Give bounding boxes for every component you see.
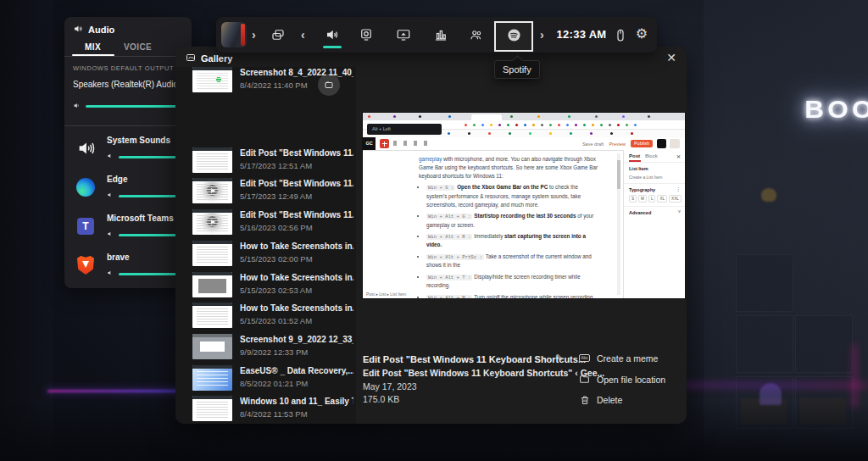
audio-speaker-icon xyxy=(73,24,83,36)
trash-icon xyxy=(579,394,590,405)
gallery-item[interactable]: How to Take Screenshots in... 5/15/2023 … xyxy=(175,241,356,271)
lucky-cat-figurine xyxy=(761,188,776,202)
gallery-item[interactable]: Screenshot 9_9_2022 12_33_... 9/9/2022 1… xyxy=(175,334,356,364)
gallery-item[interactable]: Screenshot 8_4_2022 11_40_... 8/4/2022 1… xyxy=(175,67,356,97)
mouse-pointer-icon[interactable] xyxy=(613,28,628,43)
chevron-right-icon[interactable]: › xyxy=(540,27,544,42)
shortcut-bullet: Win + Alt + M :Turn on/off the microphon… xyxy=(426,293,598,298)
audio-panel: Audio MIX VOICE WINDOWS DEFAULT OUTPUT S… xyxy=(64,17,192,288)
editor-sidebar: PostBlock ✕ List Item Create a List Item… xyxy=(623,150,685,298)
audio-widget-icon[interactable] xyxy=(325,27,340,42)
volume-speaker-icon xyxy=(107,269,114,278)
gallery-panel: Gallery ✕ Edit Post "Best Windows 11... … xyxy=(175,47,687,424)
rename-pencil-icon[interactable]: ✎ xyxy=(555,353,563,364)
editor-content: gameplay with microphone, and more. You … xyxy=(419,155,598,298)
volume-speaker-icon xyxy=(107,230,114,239)
chevron-right-icon[interactable]: › xyxy=(252,27,256,42)
app-name-system-sounds: System Sounds xyxy=(107,136,170,145)
add-block-button xyxy=(380,139,389,148)
widget-menu-icon[interactable] xyxy=(270,27,286,42)
sidebar-typography: Typography xyxy=(629,187,655,192)
meme-icon: Abc xyxy=(579,353,590,364)
performance-widget-icon[interactable] xyxy=(433,27,448,42)
editor-topbar: GC Save draft Preview Publish xyxy=(363,137,685,151)
room-pillar xyxy=(0,0,53,461)
gallery-title: Gallery xyxy=(201,53,232,64)
capture-preview-image: Alt + Left GC Save draft Preview Publish… xyxy=(363,113,685,298)
looking-for-group-icon[interactable] xyxy=(469,27,484,42)
sidebar-create-list-item: Create a List Item xyxy=(624,171,685,184)
system-sounds-icon xyxy=(75,137,97,159)
app-name-edge: Edge xyxy=(107,175,127,184)
delete-button[interactable]: Delete xyxy=(579,394,622,405)
editor-scrollbar xyxy=(617,153,620,295)
create-meme-button[interactable]: Abc Create a meme xyxy=(579,353,658,364)
shortcut-bullet: Win + Alt + T :Display/hide the screen r… xyxy=(426,273,598,290)
caret-down-icon: ˅ xyxy=(678,209,681,214)
gallery-list: Edit Post "Best Windows 11... 5/17/2023 … xyxy=(175,67,356,424)
browser-shortcut-overlay: Alt + Left xyxy=(367,124,442,135)
editor-tools xyxy=(393,141,427,146)
size-buttons: SMLXLXXL xyxy=(624,192,685,207)
volume-speaker-icon xyxy=(73,102,81,111)
jetpack-toggle xyxy=(670,139,680,148)
active-tab-underline xyxy=(72,54,114,56)
tab-mix[interactable]: MIX xyxy=(85,42,101,52)
more-icon: ⋮ xyxy=(676,186,682,192)
spotify-widget-button[interactable] xyxy=(494,21,533,52)
capture-thumbnail xyxy=(192,147,232,173)
divider xyxy=(64,56,192,57)
chevron-left-icon[interactable]: ‹ xyxy=(301,27,305,42)
gallery-item[interactable]: Windows 10 and 11_ Easily Ta... 8/4/2022… xyxy=(175,396,356,424)
volume-speaker-icon xyxy=(107,192,114,200)
capture-thumbnail xyxy=(192,67,232,92)
led-strip-left xyxy=(47,390,183,392)
capture-date: May 17, 2023 xyxy=(363,381,417,392)
led-strip-vertical xyxy=(853,344,856,408)
gear-icon[interactable]: ⚙ xyxy=(634,26,649,42)
edge-icon xyxy=(75,176,97,198)
broadcast-widget-icon[interactable] xyxy=(396,27,411,42)
gallery-item[interactable]: How to Take Screenshots in... 5/15/2023 … xyxy=(175,303,356,333)
gallery-item[interactable]: EaseUS® _ Data Recovery,... 8/5/2022 01:… xyxy=(175,365,356,396)
gallery-item[interactable]: How to Take Screenshots in... 5/15/2023 … xyxy=(175,272,356,303)
app-name-teams: Microsoft Teams xyxy=(107,214,174,223)
shelf-cube xyxy=(795,315,853,373)
capture-thumbnail xyxy=(192,178,232,203)
master-volume-slider[interactable] xyxy=(86,105,186,108)
play-icon xyxy=(207,216,218,227)
tab-voice[interactable]: VOICE xyxy=(124,42,152,52)
sidebar-advanced: Advanced xyxy=(629,210,651,215)
open-file-location-button[interactable]: Open file location xyxy=(579,374,665,385)
game-capture-thumbnail[interactable] xyxy=(221,22,247,47)
gallery-item[interactable]: Edit Post "Best Windows 11... 5/16/2023 … xyxy=(175,209,356,240)
shelf-cube xyxy=(736,315,793,373)
capture-title: Edit Post "Best Windows 11 Keyboard Shor… xyxy=(363,354,575,364)
divider xyxy=(64,125,192,126)
save-draft-label: Save draft xyxy=(582,142,604,147)
preview-label: Preview xyxy=(609,142,626,147)
capture-thumbnail xyxy=(192,365,232,391)
game-bar-toolbar: › ‹ › 12:33 AM ⚙ xyxy=(216,17,657,53)
shortcut-bullet: Win + Alt + R :Immediately start capturi… xyxy=(426,232,598,249)
capture-thumbnail xyxy=(192,209,232,235)
settings-toggle xyxy=(657,139,666,148)
gallery-item[interactable]: Edit Post "Best Windows 11... 5/17/2023 … xyxy=(175,147,356,178)
output-label: WINDOWS DEFAULT OUTPUT xyxy=(73,64,174,72)
folder-icon xyxy=(579,374,590,385)
clock: 12:33 AM xyxy=(555,28,608,41)
capture-thumbnail xyxy=(192,303,232,328)
sidebar-close-icon: ✕ xyxy=(676,153,681,159)
browser-tab-strip xyxy=(363,113,685,120)
gallery-item[interactable]: Edit Post "Best Windows 11... 5/17/2023 … xyxy=(175,178,356,208)
sidebar-tab-post: Post xyxy=(629,153,640,158)
spotify-tooltip: Spotify xyxy=(494,60,540,79)
capture-size: 175.0 KB xyxy=(363,394,399,404)
brave-icon xyxy=(75,254,97,276)
audio-panel-title: Audio xyxy=(88,25,114,35)
capture-widget-icon[interactable] xyxy=(359,27,374,42)
capture-thumbnail xyxy=(192,272,232,297)
active-widget-underline xyxy=(323,46,342,48)
close-icon[interactable]: ✕ xyxy=(666,51,676,64)
gallery-icon xyxy=(186,53,196,64)
